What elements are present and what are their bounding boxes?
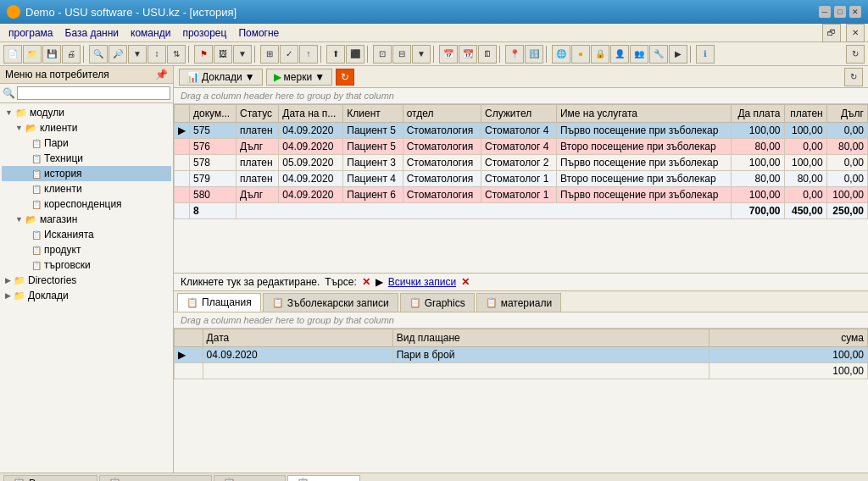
- bottom-tab-historia[interactable]: 📋 история: [287, 475, 360, 482]
- bottom-navigation-tabs: 📋 Регистрация 📋 кореспонденция 📋 клиенти…: [0, 473, 868, 481]
- tb-btn-13[interactable]: ⬆: [326, 45, 345, 64]
- merki-button[interactable]: ▶ мерки ▼: [266, 69, 332, 86]
- minimize-button[interactable]: ─: [819, 6, 831, 18]
- sidebar-item-klienti2[interactable]: 📋 клиенти: [2, 181, 171, 196]
- all-records-close-icon[interactable]: ✕: [461, 276, 470, 288]
- tb-btn-12[interactable]: ↑: [299, 45, 318, 64]
- tb-btn-19[interactable]: 📆: [459, 45, 477, 64]
- cell-date: 04.09.2020: [279, 171, 343, 187]
- toolbar-separator-2: [188, 46, 192, 63]
- sidebar-item-magazin[interactable]: ▼ 📂 магазин: [2, 212, 171, 227]
- tb-btn-27[interactable]: 👥: [630, 45, 648, 64]
- tab-zybolek[interactable]: 📋 Зъболекарски записи: [263, 293, 398, 312]
- tb-btn-18[interactable]: 📅: [439, 45, 458, 64]
- sidebar-item-korespondencia[interactable]: 📋 кореспонденция: [2, 196, 171, 212]
- maximize-button[interactable]: □: [834, 6, 846, 18]
- total-debt: 250,00: [826, 203, 867, 219]
- tb-btn-23[interactable]: 🌐: [552, 45, 570, 64]
- main-data-table-container[interactable]: докум... Статус Дата на п... Клиент отде…: [174, 104, 868, 274]
- bottom-tab-registracia[interactable]: 📋 Регистрация: [3, 475, 97, 482]
- col-header-otdel[interactable]: отдел: [403, 105, 481, 123]
- menu-prozorec[interactable]: прозорец: [177, 25, 231, 41]
- menu-komandi[interactable]: команди: [125, 25, 175, 41]
- new-button[interactable]: 📄: [3, 45, 22, 64]
- col-header-ime[interactable]: Име на услугата: [556, 105, 731, 123]
- col-header-platen[interactable]: платен: [784, 105, 826, 123]
- tab-plashania-icon: 📋: [186, 297, 198, 308]
- tb-btn-29[interactable]: ▶: [669, 45, 687, 64]
- sidebar-item-directories[interactable]: ▶ 📁 Directories: [2, 273, 171, 288]
- dokladi-button[interactable]: 📊 Доклади ▼: [179, 69, 263, 86]
- tb-btn-9[interactable]: ▼: [233, 45, 252, 64]
- search-close-icon[interactable]: ✕: [362, 276, 370, 288]
- col-header-klient[interactable]: Клиент: [343, 105, 403, 123]
- bottom-tab-korespondencia[interactable]: 📋 кореспонденция: [99, 475, 212, 482]
- sort2-button[interactable]: ⇅: [167, 45, 186, 64]
- tb-btn-15[interactable]: ⊡: [373, 45, 392, 64]
- all-records-link[interactable]: Всички записи: [388, 276, 456, 288]
- sidebar-item-tehnici[interactable]: 📋 Техници: [2, 151, 171, 166]
- search-button[interactable]: 🔍: [89, 45, 108, 64]
- sidebar-item-iskaniyata[interactable]: 📋 Исканията: [2, 227, 171, 242]
- col-header-dokum[interactable]: докум...: [190, 105, 236, 123]
- tb-btn-16[interactable]: ⊟: [392, 45, 411, 64]
- sidebar-item-dokladi[interactable]: ▶ 📁 Доклади: [2, 288, 171, 303]
- tab-plashania[interactable]: 📋 Плащания: [177, 293, 261, 312]
- save-button[interactable]: 💾: [42, 45, 61, 64]
- tb-btn-26[interactable]: 👤: [610, 45, 629, 64]
- col-header-daplatya[interactable]: Да плата: [732, 105, 784, 123]
- bottom-col-suma[interactable]: сума: [709, 329, 868, 347]
- tb-btn-10[interactable]: ⊞: [260, 45, 279, 64]
- bottom-col-data[interactable]: Дата: [203, 329, 392, 347]
- tb-btn-24[interactable]: ●: [571, 45, 590, 64]
- tab-materiali[interactable]: 📋 материали: [476, 293, 561, 312]
- info-button[interactable]: ℹ: [696, 45, 715, 64]
- tb-btn-20[interactable]: 🗓: [478, 45, 497, 64]
- bottom-tab-klienti[interactable]: 📋 клиенти: [214, 475, 287, 482]
- tb-btn-17[interactable]: ▼: [412, 45, 431, 64]
- col-header-data[interactable]: Дата на п...: [279, 105, 343, 123]
- menu-programa[interactable]: програма: [3, 25, 58, 41]
- col-header-status[interactable]: Статус: [236, 105, 279, 123]
- menu-baza-danni[interactable]: База данни: [60, 25, 125, 41]
- content-scroll-right[interactable]: ↻: [844, 68, 863, 86]
- sidebar-item-pari[interactable]: 📋 Пари: [2, 135, 171, 151]
- tb-refresh-button[interactable]: ↻: [846, 45, 865, 64]
- col-header-sluzhitel[interactable]: Служител: [481, 105, 557, 123]
- main-toolbar: 📄 📁 💾 🖨 🔍 🔎 ▼ ↕ ⇅ ⚑ 🖼 ▼ ⊞ ✓ ↑ ⬆ ⬛ ⊡ ⊟ ▼ …: [0, 42, 868, 66]
- sort-button[interactable]: ↕: [147, 45, 166, 64]
- sidebar-item-tyrgovksi[interactable]: 📋 търговски: [2, 257, 171, 273]
- window-restore-button[interactable]: 🗗: [822, 24, 841, 42]
- tab-graphics[interactable]: 📋 Graphics: [400, 293, 475, 312]
- sidebar-pin-icon[interactable]: 📌: [155, 69, 168, 80]
- image-button[interactable]: 🖼: [214, 45, 232, 64]
- flag-button[interactable]: ⚑: [194, 45, 213, 64]
- cell-debt: 0,00: [826, 123, 867, 139]
- filter2-button[interactable]: ▼: [128, 45, 147, 64]
- tb-btn-25[interactable]: 🔒: [591, 45, 609, 64]
- sidebar-item-produkt[interactable]: 📋 продукт: [2, 242, 171, 257]
- menu-pomogne[interactable]: Помогне: [233, 25, 284, 41]
- sidebar-item-moduli[interactable]: ▼ 📁 модули: [2, 105, 171, 120]
- filter-button[interactable]: 🔎: [108, 45, 127, 64]
- total-indicator: [175, 203, 190, 219]
- bottom-table-container[interactable]: Дата Вид плащане сума ▶ 04.09.2020 Пари …: [174, 329, 868, 473]
- close-button[interactable]: ✕: [849, 6, 861, 18]
- tb-btn-14[interactable]: ⬛: [346, 45, 364, 64]
- cell-dept: Стоматология: [403, 155, 481, 171]
- sidebar-item-klienti[interactable]: ▼ 📂 клиенти: [2, 120, 171, 135]
- cell-dokum: 578: [190, 155, 236, 171]
- open-button[interactable]: 📁: [23, 45, 42, 64]
- tb-btn-28[interactable]: 🔧: [649, 45, 668, 64]
- tb-btn-11[interactable]: ✓: [280, 45, 298, 64]
- tb-btn-21[interactable]: 📍: [505, 45, 524, 64]
- window-close-button[interactable]: ✕: [846, 24, 865, 42]
- col-header-dylg[interactable]: Дълг: [826, 105, 867, 123]
- print-button[interactable]: 🖨: [62, 45, 81, 64]
- bottom-col-vidplash[interactable]: Вид плащане: [392, 329, 709, 347]
- cell-dept: Стоматология: [403, 139, 481, 155]
- sidebar-search-input[interactable]: [17, 86, 170, 100]
- tb-btn-22[interactable]: 🔢: [525, 45, 543, 64]
- sidebar-item-historia[interactable]: 📋 история: [2, 166, 171, 181]
- refresh-orange-button[interactable]: ↻: [336, 69, 354, 86]
